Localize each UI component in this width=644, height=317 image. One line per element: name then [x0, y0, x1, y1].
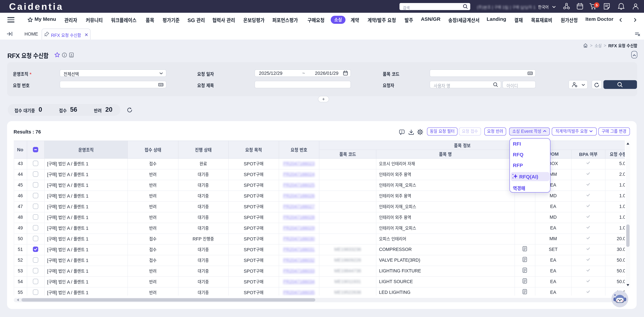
svg-text:A: A	[70, 54, 72, 56]
